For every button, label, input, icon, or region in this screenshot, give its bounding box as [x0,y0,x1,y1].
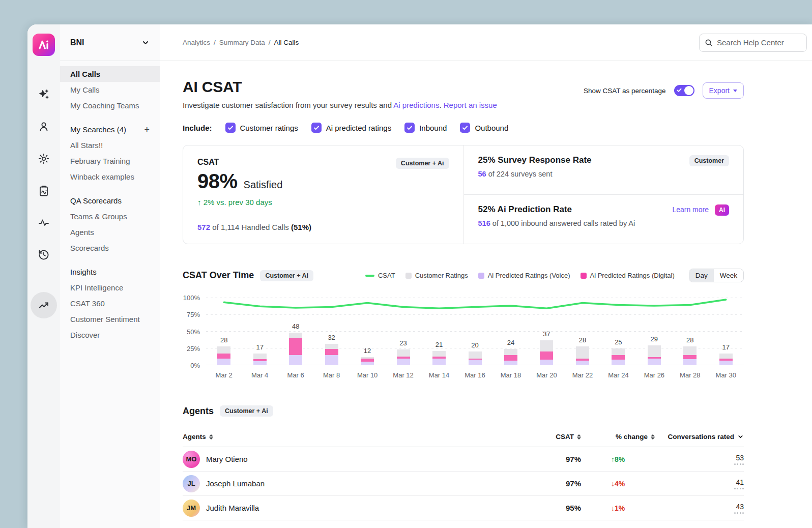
nav-section-my-searches[interactable]: My Searches (4) + [60,122,160,137]
chart-bar[interactable]: 37 [540,340,553,365]
bar-segment [432,359,446,365]
rated-by-ai-link[interactable]: 516 [478,219,490,227]
nav-item-february-training[interactable]: February Training [60,153,160,169]
chart-bar[interactable]: 23 [397,349,410,365]
nav-item-all-stars[interactable]: All Stars!! [60,137,160,153]
nav-item-teams-groups[interactable]: Teams & Groups [60,209,160,224]
chart-bar[interactable]: 17 [253,354,267,365]
ai-badge: AI [715,204,729,216]
customer-ai-badge: Customer + Ai [260,270,313,281]
legend-item: CSAT [365,272,395,279]
analytics-trend-icon[interactable] [31,292,57,318]
nav-list: All Calls My Calls My Coaching Teams My … [60,61,160,343]
nav-item-winback-examples[interactable]: Winback examples [60,169,160,185]
bar-segment [253,354,267,359]
filter-outbound[interactable]: Outbound [460,123,508,133]
rated-by-ai-text: of 1,000 inbound answered calls rated by… [490,219,635,227]
filter-ai-predicted-ratings[interactable]: Ai predicted ratings [311,123,391,133]
help-search[interactable] [699,34,807,52]
chart-bar[interactable]: 29 [648,345,661,365]
bar-segment [253,361,267,365]
sort-icon [651,434,655,439]
checkbox-checked-icon[interactable] [311,123,322,133]
day-segment[interactable]: Day [689,269,714,282]
bar-segment [540,340,553,352]
csat-over-time-section: CSAT Over Time Customer + Ai CSATCustome… [183,269,744,379]
avatar: MO [183,451,200,468]
add-search-button[interactable]: + [144,126,150,133]
column-header-agents[interactable]: Agents [183,433,525,441]
nav-section-insights[interactable]: Insights [60,264,160,280]
x-axis-label: Mar 18 [493,371,529,379]
chart-bar[interactable]: 20 [469,351,482,365]
y-axis-label: 25% [187,345,200,353]
handled-calls-link[interactable]: 572 [197,223,210,231]
csat-chart: 100%75%50%25%0% 2817483212232120 [183,298,744,379]
agents-table: Agents CSAT % change Conversations [183,428,744,520]
table-row[interactable]: MO Mary Otieno 97% ↑8% 53 [183,447,744,472]
check-icon [677,87,682,93]
table-row[interactable]: JM Judith Maravilla 95% ↓1% 43 [183,496,744,520]
settings-gear-icon[interactable] [38,153,50,165]
legend-item: Ai Predicted Ratings (Voice) [478,272,570,279]
legend-label: Ai Predicted Ratings (Digital) [590,272,675,279]
ai-predictions-link[interactable]: Ai predictions [393,101,439,109]
week-segment[interactable]: Week [714,269,743,282]
nav-item-customer-sentiment[interactable]: Customer Sentiment [60,311,160,327]
nav-section-label: QA Scorecards [70,196,122,205]
ai-sparkles-icon[interactable] [38,89,50,101]
table-row[interactable]: JL Joseph Lumaban 97% ↓4% 41 [183,472,744,496]
nav-item-agents[interactable]: Agents [60,224,160,240]
workspace-selector[interactable]: BNI [60,24,160,61]
breadcrumb-analytics[interactable]: Analytics [183,39,210,46]
column-header-conversations-rated[interactable]: Conversations rated [655,433,744,441]
chart-bar[interactable]: 17 [719,354,733,365]
learn-more-link[interactable]: Learn more [672,206,709,214]
legend-square-swatch [581,273,587,279]
nav-item-my-calls[interactable]: My Calls [60,82,160,98]
csat-percentage-toggle[interactable] [674,85,694,96]
nav-item-csat-360[interactable]: CSAT 360 [60,296,160,311]
bar-value-label: 21 [436,341,443,348]
filter-customer-ratings[interactable]: Customer ratings [225,123,298,133]
x-axis-label: Mar 2 [206,371,242,379]
search-input[interactable] [717,38,801,47]
activity-pulse-icon[interactable] [38,217,50,229]
page-subtitle: Investigate customer satisfaction from y… [183,101,497,109]
checkbox-checked-icon[interactable] [460,123,470,133]
chart-bar[interactable]: 25 [612,348,625,365]
nav-item-my-coaching-teams[interactable]: My Coaching Teams [60,98,160,113]
chart-bar[interactable]: 12 [361,357,374,365]
user-profile-icon[interactable] [38,121,50,133]
chart-bar[interactable]: 24 [504,349,517,365]
checkbox-checked-icon[interactable] [225,123,236,133]
nav-item-kpi-intelligence[interactable]: KPI Intelligence [60,280,160,296]
export-button[interactable]: Export [703,82,744,99]
nav-item-all-calls[interactable]: All Calls [60,66,160,82]
nav-section-qa-scorecards[interactable]: QA Scorecards [60,193,160,209]
nav-item-discover[interactable]: Discover [60,327,160,343]
chart-bar[interactable]: 28 [683,346,697,365]
ai-scorecards-icon[interactable] [38,185,50,197]
column-label: % change [616,433,648,441]
chart-bar[interactable]: 48 [289,333,302,365]
x-axis-label: Mar 28 [672,371,708,379]
chart-bar[interactable]: 28 [217,346,230,365]
agent-change: ↓4% [581,480,655,488]
checkbox-checked-icon[interactable] [404,123,415,133]
history-icon[interactable] [38,249,50,261]
column-header-csat[interactable]: CSAT [525,433,581,441]
breadcrumb-summary-data[interactable]: Summary Data [219,39,265,46]
bar-segment [683,355,697,359]
filter-inbound[interactable]: Inbound [404,123,447,133]
chart-bar[interactable]: 28 [576,346,589,365]
bar-segment [612,355,625,360]
chart-bar[interactable]: 32 [325,344,338,365]
surveys-link[interactable]: 56 [478,170,486,178]
report-issue-link[interactable]: Report an issue [444,101,497,109]
app-logo[interactable] [33,34,55,56]
bar-value-label: 20 [471,341,478,349]
nav-item-scorecards[interactable]: Scorecards [60,240,160,256]
column-header-change[interactable]: % change [581,433,655,441]
chart-bar[interactable]: 21 [432,351,446,365]
